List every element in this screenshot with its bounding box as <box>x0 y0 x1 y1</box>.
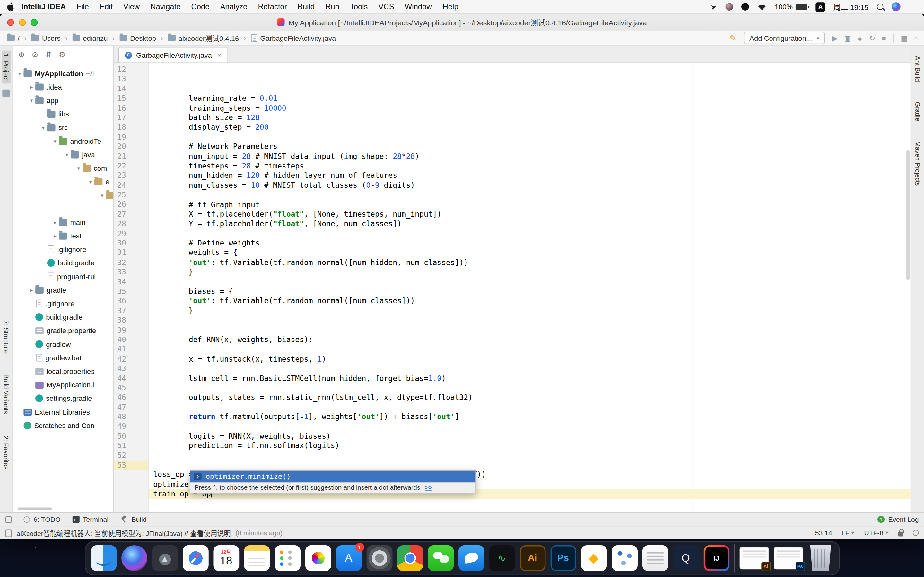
project-files-tool-icon[interactable] <box>2 90 10 98</box>
menu-item-view[interactable]: View <box>118 2 145 11</box>
gutter-line-14[interactable]: 14 <box>114 84 126 94</box>
dock-item-appstore[interactable]: A1 <box>335 545 361 571</box>
gutter-line-47[interactable]: 47 <box>114 403 126 412</box>
notification-center-icon[interactable] <box>909 4 917 10</box>
sort-icon[interactable]: ⇵ <box>45 51 52 58</box>
battery-indicator[interactable]: 100% <box>775 3 808 11</box>
tree-item-scratches-and-con[interactable]: Scratches and Con <box>13 419 113 432</box>
code-line-16[interactable] <box>153 132 911 142</box>
tree-item-idea[interactable]: ▸.idea <box>13 80 113 94</box>
editor-tab-garbagefileactivity[interactable]: C GarbageFileActivity.java × <box>118 47 228 63</box>
code-line-15[interactable]: display_step = 200 <box>153 122 911 132</box>
tool-button-project[interactable]: 1: Project <box>2 51 11 84</box>
code-line-18[interactable]: num_input = 28 # MNIST data input (img s… <box>153 152 911 161</box>
chevron-right-icon[interactable]: ▸ <box>28 84 35 90</box>
editor-scrollbar-thumb[interactable] <box>906 150 910 280</box>
menu-item-build[interactable]: Build <box>292 2 320 11</box>
tool-button-build[interactable]: Build <box>120 516 147 523</box>
run-button[interactable]: ▶ <box>832 34 838 42</box>
gutter-line-15[interactable]: 15 <box>114 94 126 103</box>
gutter-line-30[interactable]: 30 <box>114 239 126 248</box>
menu-item-run[interactable]: Run <box>320 2 345 11</box>
gutter-line-26[interactable]: 26 <box>114 200 126 210</box>
gutter-line-44[interactable]: 44 <box>114 374 126 383</box>
menu-item-navigate[interactable]: Navigate <box>145 2 186 11</box>
dock-item-minwin[interactable]: Ps <box>773 547 803 569</box>
dock-item-textedit[interactable] <box>642 545 668 571</box>
stop-button[interactable]: ■ <box>882 34 886 42</box>
input-method-indicator[interactable]: A <box>816 2 825 11</box>
gutter-line-24[interactable]: 24 <box>114 181 126 190</box>
window-title-bar[interactable]: My Application [~/IntelliJIDEAProjects/M… <box>0 14 924 31</box>
tree-item-build-gradle[interactable]: build.gradle <box>13 256 113 269</box>
lock-icon[interactable] <box>898 532 903 537</box>
gutter-line-53[interactable]: 53 <box>114 461 148 470</box>
tree-item-libs[interactable]: libs <box>13 107 113 121</box>
gutter-line-21[interactable]: 21 <box>114 152 126 161</box>
dock-item-minwin[interactable]: Ai <box>739 547 769 569</box>
menu-item-refactor[interactable]: Refactor <box>253 2 292 11</box>
project-structure-button[interactable]: ▦ <box>901 34 908 42</box>
line-separator-widget[interactable]: LF <box>842 529 855 536</box>
scroll-from-source-icon[interactable]: ⊕ <box>18 51 25 58</box>
github-icon[interactable] <box>741 3 749 11</box>
chevron-down-icon[interactable]: ▾ <box>52 138 58 144</box>
coverage-button[interactable]: ◈ <box>858 34 863 42</box>
gutter-line-32[interactable]: 32 <box>114 258 126 267</box>
dock-item-siri[interactable] <box>121 545 147 571</box>
breadcrumb-item-garbagefileactivity-java[interactable]: GarbageFileActivity.java <box>250 33 337 43</box>
breadcrumb-item-item[interactable]: / <box>6 33 21 43</box>
menubar-app-name[interactable]: IntelliJ IDEA <box>16 2 71 11</box>
encoding-widget[interactable]: UTF-8 <box>864 529 889 536</box>
code-line-43[interactable]: outputs, states = rnn.static_rnn(lstm_ce… <box>153 393 911 403</box>
code-line-14[interactable]: batch_size = 128 <box>153 113 911 122</box>
chevron-right-icon[interactable]: ▸ <box>52 219 58 225</box>
gutter-line-48[interactable]: 48 <box>114 412 126 422</box>
tree-item-myapplication[interactable]: ▾MyApplication~/I <box>13 66 113 80</box>
code-line-13[interactable]: training_steps = 10000 <box>153 103 911 113</box>
settings-gear-icon[interactable]: ⚙ <box>59 51 66 58</box>
code-line-23[interactable]: # tf Graph input <box>153 200 911 210</box>
code-line-17[interactable]: # Network Parameters <box>153 142 911 152</box>
dock-item-launchpad[interactable]: ▲ <box>152 545 178 571</box>
code-line-37[interactable]: def RNN(x, weights, biases): <box>153 335 911 345</box>
zoom-window-button[interactable] <box>31 19 37 26</box>
tree-item-local-properties[interactable]: local.properties <box>13 364 113 378</box>
gutter-line-41[interactable]: 41 <box>114 345 126 354</box>
code-line-29[interactable]: 'out': tf.Variable(tf.random_normal([num… <box>153 258 911 267</box>
close-window-button[interactable] <box>7 19 14 26</box>
code-line-44[interactable] <box>153 403 911 412</box>
chevron-down-icon[interactable]: ▾ <box>76 165 82 171</box>
wifi-icon[interactable] <box>757 3 766 10</box>
dock-item-diagram[interactable] <box>611 545 637 571</box>
debug-button[interactable]: ▣ <box>844 34 851 42</box>
editor-code[interactable]: learning_rate = 0.01 training_steps = 10… <box>148 63 911 512</box>
code-line-35[interactable] <box>153 316 911 326</box>
gutter-line-38[interactable]: 38 <box>114 316 126 326</box>
code-line-26[interactable] <box>153 229 911 239</box>
breadcrumb-item-aixcoder-0-4-16[interactable]: aixcoder测试0.4.16 <box>167 32 240 44</box>
rerun-button[interactable]: ↻ <box>869 34 875 42</box>
code-line-46[interactable] <box>153 422 911 432</box>
breadcrumb-item-users[interactable]: Users <box>30 33 62 43</box>
gutter-line-13[interactable]: 13 <box>114 74 126 84</box>
gutter-line-52[interactable]: 52 <box>114 451 126 461</box>
gutter-line-35[interactable]: 35 <box>114 287 126 296</box>
close-tab-icon[interactable]: × <box>217 52 221 59</box>
gutter-line-16[interactable]: 16 <box>114 103 126 113</box>
tool-button-build-variants[interactable]: Build Variants <box>2 372 11 417</box>
menu-item-code[interactable]: Code <box>186 2 215 11</box>
dock-item-photoshop[interactable]: Ps <box>550 545 576 571</box>
gutter-line-34[interactable]: 34 <box>114 277 126 287</box>
code-line-49[interactable] <box>153 451 911 461</box>
code-line-24[interactable]: X = tf.placeholder("float", [None, times… <box>153 210 911 219</box>
chevron-down-icon[interactable]: ▾ <box>87 179 94 185</box>
tool-button-maven-projects[interactable]: Maven Projects <box>913 138 922 189</box>
apple-menu-icon[interactable] <box>7 2 15 11</box>
code-line-34[interactable]: } <box>153 306 911 316</box>
tree-item-external-libraries[interactable]: External Libraries <box>13 405 113 419</box>
code-line-21[interactable]: num_classes = 10 # MNIST total classes (… <box>153 181 911 190</box>
dock-item-monitor[interactable]: ∿ <box>489 545 515 571</box>
dock-item-photos[interactable] <box>305 545 331 571</box>
dock-item-sketch[interactable]: ◆ <box>581 545 607 571</box>
